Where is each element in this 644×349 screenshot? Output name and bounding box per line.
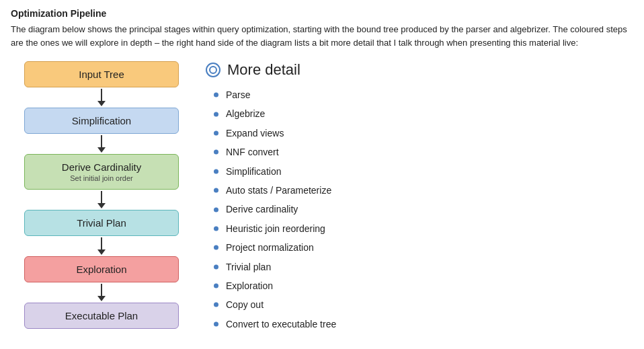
description: The diagram below shows the principal st… [11, 23, 633, 49]
box-executable-plan: Executable Plan [24, 303, 179, 329]
arrow-line-4 [101, 237, 102, 249]
list-item: Project normalization [226, 238, 633, 257]
arrow-line-5 [101, 284, 102, 296]
arrow-head-3 [97, 203, 106, 208]
arrow-head-5 [97, 296, 106, 301]
list-item: Convert to executable tree [226, 315, 633, 334]
pipeline-diagram: Input Tree Simplification Derive Cardina… [11, 61, 186, 329]
list-item: Simplification [226, 162, 633, 181]
list-item: Auto stats / Parameterize [226, 181, 633, 200]
list-item: Derive cardinality [226, 200, 633, 219]
arrow-line-2 [101, 135, 102, 147]
list-item: Parse [226, 85, 633, 104]
list-item: Expand views [226, 124, 633, 143]
detail-header: More detail [206, 61, 633, 79]
box-trivial-plan: Trivial Plan [24, 210, 179, 236]
circle-icon [206, 63, 220, 77]
arrow-1 [97, 89, 106, 106]
list-item: Copy out [226, 295, 633, 314]
arrow-line-1 [101, 89, 102, 101]
arrow-4 [97, 237, 106, 255]
arrow-5 [97, 284, 106, 301]
list-item: Trivial plan [226, 258, 633, 276]
page-title: Optimization Pipeline [11, 8, 633, 19]
arrow-head-2 [97, 147, 106, 153]
detail-list: Parse Algebrize Expand views NNF convert… [206, 85, 633, 334]
box-simplification: Simplification [24, 108, 179, 134]
detail-section: More detail Parse Algebrize Expand views… [206, 61, 633, 334]
arrow-head-4 [97, 249, 106, 255]
arrow-head-1 [97, 101, 106, 106]
box-input-tree: Input Tree [24, 61, 179, 87]
list-item: Exploration [226, 276, 633, 295]
main-layout: Input Tree Simplification Derive Cardina… [11, 61, 633, 334]
arrow-2 [97, 135, 106, 153]
list-item: Heuristic join reordering [226, 219, 633, 238]
box-exploration: Exploration [24, 256, 179, 282]
arrow-3 [97, 191, 106, 208]
box-derive-cardinality: Derive Cardinality Set initial join orde… [24, 154, 179, 190]
list-item: NNF convert [226, 143, 633, 161]
detail-title: More detail [227, 61, 300, 79]
arrow-line-3 [101, 191, 102, 203]
list-item: Algebrize [226, 104, 633, 123]
